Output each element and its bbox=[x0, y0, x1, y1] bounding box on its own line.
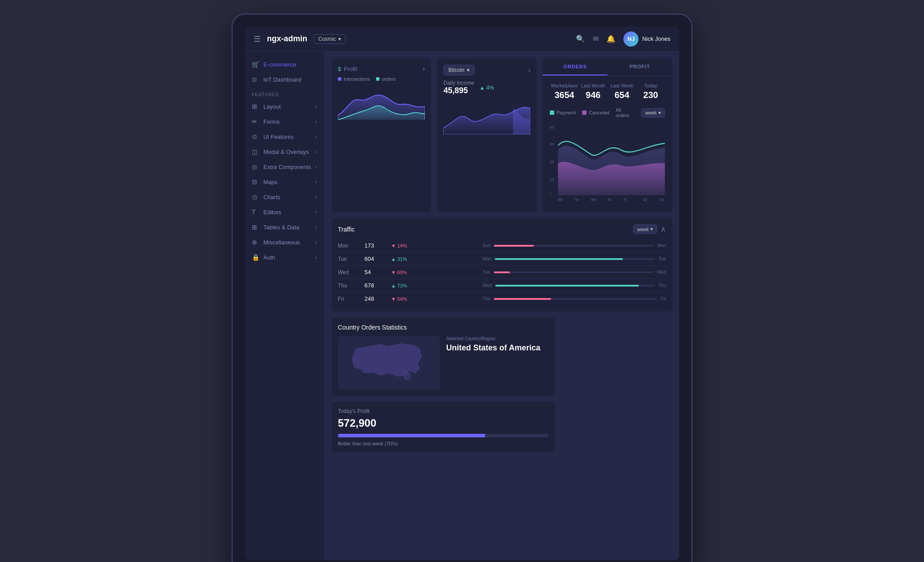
features-section-label: FEATURES bbox=[245, 87, 324, 99]
mini-bar bbox=[494, 271, 654, 273]
income-change: ▲ 4% bbox=[480, 85, 494, 91]
svg-text:Sat: Sat bbox=[643, 197, 647, 202]
chevron-right-icon: › bbox=[316, 119, 317, 124]
traffic-change: ▲ 31% bbox=[391, 256, 483, 262]
bottom-grid: Traffic week ▾ ∧ Mon 173 ▼ bbox=[332, 218, 672, 452]
avatar: NJ bbox=[623, 31, 638, 47]
orders-filter-selector[interactable]: week ▾ bbox=[641, 108, 665, 118]
country-card: Country Orders Statistics bbox=[332, 318, 555, 396]
traffic-value: 678 bbox=[364, 282, 391, 289]
filter-label: week bbox=[645, 110, 657, 115]
chevron-right-icon: › bbox=[316, 195, 317, 200]
payment-label: Payment bbox=[556, 110, 576, 115]
main-layout: 🛒 E-commerce ⊙ IoT Dashboard FEATURES ⊞ … bbox=[245, 51, 679, 560]
traffic-row: Fri 248 ▼ 54% Thu Fri bbox=[338, 292, 666, 305]
profit-sparkline bbox=[338, 84, 425, 120]
profit-expand-icon[interactable]: › bbox=[423, 65, 425, 73]
mail-button[interactable]: ✉ bbox=[593, 35, 599, 43]
content-area: $ Profit › transactions bbox=[325, 51, 679, 560]
sidebar-item-editors[interactable]: T Editors › bbox=[245, 204, 324, 220]
search-button[interactable]: 🔍 bbox=[576, 35, 585, 43]
sidebar-item-misc[interactable]: ⊛ Miscellaneous › bbox=[245, 235, 324, 250]
last-month-label: Last Month bbox=[579, 83, 607, 88]
sidebar-maps-label: Maps bbox=[263, 179, 278, 185]
sidebar-misc-label: Miscellaneous bbox=[263, 239, 300, 246]
sidebar-item-ui-features[interactable]: ⊙ UI Features › bbox=[245, 129, 324, 144]
day-label: Fri bbox=[338, 296, 364, 302]
bitcoin-card: Bitcoin ▾ › Daily Income 45,895 ▲ bbox=[437, 59, 536, 212]
transactions-label: transactions bbox=[344, 76, 370, 82]
profit-card: $ Profit › transactions bbox=[332, 59, 431, 212]
tab-profit[interactable]: PROFIT bbox=[607, 59, 672, 75]
orders-legend-item: orders bbox=[376, 76, 395, 82]
mini-bar-fill bbox=[494, 245, 534, 247]
sidebar-item-charts[interactable]: ◷ Charts › bbox=[245, 189, 324, 204]
sidebar-item-maps[interactable]: ⊟ Maps › bbox=[245, 174, 324, 189]
traffic-value: 173 bbox=[364, 242, 391, 249]
stat-today: Today 230 bbox=[636, 83, 665, 100]
theme-selector[interactable]: Cosmic ▾ bbox=[313, 34, 346, 44]
bitcoin-label: Bitcoin bbox=[448, 67, 464, 73]
chevron-right-icon: › bbox=[316, 104, 317, 109]
traffic-change: ▲ 73% bbox=[391, 283, 483, 288]
sidebar-iot-label: IoT Dashboard bbox=[263, 76, 301, 83]
sidebar-item-auth[interactable]: 🔒 Auth › bbox=[245, 250, 324, 265]
user-menu[interactable]: NJ Nick Jones bbox=[623, 31, 670, 47]
collapse-icon[interactable]: ∧ bbox=[661, 225, 666, 233]
sidebar-item-extra[interactable]: ◎ Extra Components › bbox=[245, 159, 324, 174]
todays-profit-label: Today's Profit bbox=[338, 408, 548, 414]
sidebar-item-tables[interactable]: ⊞ Tables & Data › bbox=[245, 220, 324, 235]
tab-orders[interactable]: ORDERS bbox=[543, 59, 607, 75]
chevron-right-icon: › bbox=[316, 180, 317, 185]
from-label: Sun bbox=[483, 243, 491, 248]
chevron-right-icon: › bbox=[316, 165, 317, 169]
mini-bar-fill bbox=[494, 298, 551, 300]
stat-last-week: Last Week 654 bbox=[607, 83, 636, 100]
today-label: Today bbox=[636, 83, 665, 88]
traffic-filter-selector[interactable]: week ▾ bbox=[633, 224, 657, 234]
mini-bar bbox=[494, 298, 657, 300]
today-value: 230 bbox=[636, 90, 665, 100]
layout-icon: ⊞ bbox=[252, 103, 259, 110]
app-window: ☰ ngx-admin Cosmic ▾ 🔍 ✉ 🔔 NJ Nick Jones bbox=[245, 27, 679, 560]
traffic-value: 604 bbox=[364, 255, 391, 262]
ui-icon: ⊙ bbox=[252, 133, 259, 140]
daily-income-label: Daily Income bbox=[443, 80, 474, 86]
to-label: Thu bbox=[658, 283, 666, 288]
theme-label: Cosmic bbox=[318, 36, 336, 42]
svg-text:Wed: Wed bbox=[591, 197, 596, 202]
traffic-bar-area: Sun Mon bbox=[483, 243, 666, 248]
marketplace-value: 3654 bbox=[550, 90, 579, 100]
bitcoin-card-header: Bitcoin ▾ › bbox=[443, 65, 530, 75]
all-orders-legend: All orders bbox=[615, 107, 635, 118]
menu-icon[interactable]: ☰ bbox=[254, 34, 261, 44]
sidebar: 🛒 E-commerce ⊙ IoT Dashboard FEATURES ⊞ … bbox=[245, 51, 325, 560]
traffic-value: 54 bbox=[364, 269, 391, 275]
transactions-legend-item: transactions bbox=[338, 76, 370, 82]
country-content: Selected Country/Region United States of… bbox=[338, 336, 548, 389]
mini-bar bbox=[495, 285, 655, 287]
todays-profit-value: 572,900 bbox=[338, 417, 548, 429]
notification-button[interactable]: 🔔 bbox=[607, 35, 615, 43]
sidebar-item-modal[interactable]: ◫ Modal & Overlays › bbox=[245, 144, 324, 159]
traffic-row: Tue 604 ▲ 31% Mon Tue bbox=[338, 252, 666, 266]
traffic-row: Mon 173 ▼ 14% Sun Mon bbox=[338, 239, 666, 252]
user-name: Nick Jones bbox=[642, 35, 670, 42]
payment-dot bbox=[550, 110, 554, 115]
sidebar-item-iot[interactable]: ⊙ IoT Dashboard bbox=[245, 72, 324, 87]
svg-text:Fri: Fri bbox=[624, 197, 627, 202]
sidebar-item-layout[interactable]: ⊞ Layout › bbox=[245, 99, 324, 114]
income-info: Daily Income 45,895 bbox=[443, 80, 474, 95]
bitcoin-expand-icon[interactable]: › bbox=[528, 66, 530, 74]
traffic-change: ▼ 60% bbox=[391, 270, 483, 275]
todays-profit-card: Today's Profit 572,900 Better than last … bbox=[332, 402, 555, 452]
orders-label: orders bbox=[382, 76, 395, 82]
svg-text:100: 100 bbox=[550, 177, 554, 182]
iot-icon: ⊙ bbox=[252, 76, 259, 83]
sidebar-item-forms[interactable]: ✏ Forms › bbox=[245, 114, 324, 129]
traffic-bar-area: Wed Thu bbox=[483, 283, 666, 288]
traffic-card: Traffic week ▾ ∧ Mon 173 ▼ bbox=[332, 218, 672, 311]
day-label: Wed bbox=[338, 269, 364, 275]
bitcoin-selector[interactable]: Bitcoin ▾ bbox=[443, 65, 474, 75]
sidebar-item-ecommerce[interactable]: 🛒 E-commerce bbox=[245, 57, 324, 72]
